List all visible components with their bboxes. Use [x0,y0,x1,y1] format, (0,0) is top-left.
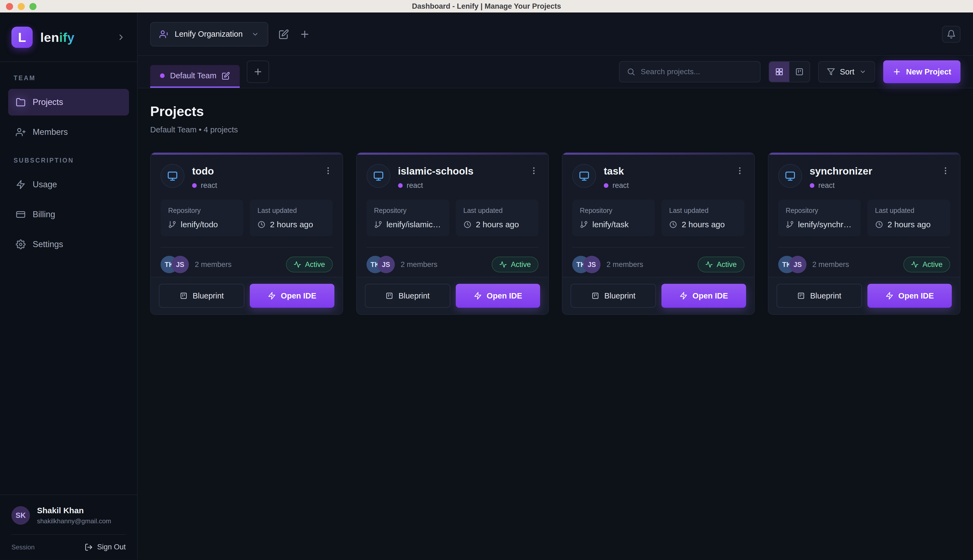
card-divider [160,247,333,248]
framework-label: react [818,181,835,190]
blueprint-label: Blueprint [193,292,224,300]
repository-box: Repository lenify/islamic-... [366,200,449,236]
card-accent-strip [768,153,960,155]
sidebar: L lenify TEAM Projects Members SUBSCRIPT… [0,13,138,560]
framework-label: react [407,181,423,190]
status-badge: Active [286,257,333,272]
activity-pulse-icon [705,261,713,268]
framework-dot [398,183,403,188]
search-icon [627,67,635,76]
kebab-menu-icon [324,166,333,175]
team-dot [160,73,165,78]
project-name: synchronizer [810,165,872,177]
org-switcher-button[interactable]: Lenify Organization [150,22,268,47]
repository-value: lenify/todo [181,220,218,229]
notifications-button[interactable] [942,26,960,43]
framework-label: react [612,181,629,190]
members-count: 2 members [607,260,643,269]
card-divider [572,247,744,248]
zoom-window-button[interactable] [29,3,37,10]
blueprint-button[interactable]: Blueprint [570,284,656,308]
search-input[interactable] [641,67,753,76]
project-name: todo [192,165,217,177]
card-footer: Blueprint Open IDE [562,277,754,314]
window-controls [6,3,37,10]
card-accent-strip [562,153,754,155]
add-team-button[interactable] [247,61,269,83]
page-title: Projects [150,103,960,119]
project-card: todo react Repository [150,152,343,315]
status-badge: Active [903,257,950,272]
project-menu-button[interactable] [941,164,950,175]
new-project-button[interactable]: New Project [883,60,960,83]
sort-label: Sort [840,67,854,77]
view-toggle [769,61,810,82]
project-menu-button[interactable] [324,164,333,175]
open-ide-button[interactable]: Open IDE [868,284,952,308]
tab-default-team[interactable]: Default Team [150,65,240,88]
team-tab-label: Default Team [170,71,216,80]
project-menu-button[interactable] [735,164,744,175]
last-updated-label: Last updated [257,207,325,215]
open-ide-button[interactable]: Open IDE [456,284,540,308]
blueprint-button[interactable]: Blueprint [365,284,450,308]
member-avatar: JS [171,256,189,273]
blueprint-button[interactable]: Blueprint [777,284,862,308]
sidebar-collapse-chevron-right-icon[interactable] [117,33,126,42]
card-accent-strip [357,153,548,155]
user-name: Shakil Khan [37,506,111,515]
sidebar-item-billing[interactable]: Billing [8,201,129,228]
open-ide-label: Open IDE [281,292,316,300]
card-footer: Blueprint Open IDE [357,277,548,314]
board-view-button[interactable] [789,62,809,82]
sidebar-item-label: Settings [33,240,63,249]
status-label: Active [923,260,943,269]
last-updated-box: Last updated 2 hours ago [250,200,333,236]
zap-icon [268,292,276,300]
open-ide-button[interactable]: Open IDE [250,284,334,308]
clock-icon [669,220,677,228]
minimize-window-button[interactable] [18,3,25,10]
blueprint-label: Blueprint [810,292,841,300]
lenify-logo: L [12,27,33,48]
sort-button[interactable]: Sort [818,61,875,82]
search-box [619,61,761,82]
git-branch-icon [786,220,794,228]
repository-box: Repository lenify/todo [160,200,243,236]
sign-out-button[interactable]: Sign Out [85,543,126,551]
sidebar-item-projects[interactable]: Projects [8,89,129,115]
sidebar-item-members[interactable]: Members [8,119,129,145]
blueprint-board-icon [591,292,599,300]
close-window-button[interactable] [6,3,13,10]
edit-org-button[interactable] [279,29,289,39]
zap-icon [474,292,482,300]
project-monitor-icon [366,164,390,188]
edit-team-icon[interactable] [222,72,230,80]
user-box: SK Shakil Khan shakilkhanny@gmail.com Se… [0,495,137,560]
project-card: islamic-schools react Repository [356,152,549,315]
topbar: Lenify Organization [138,13,973,56]
repository-value: lenify/islamic-... [386,220,441,229]
project-name: islamic-schools [398,165,474,177]
members-count: 2 members [401,260,438,269]
open-ide-label: Open IDE [898,292,934,300]
blueprint-button[interactable]: Blueprint [159,284,244,308]
members-count: 2 members [813,260,849,269]
grid-view-button[interactable] [769,62,789,82]
member-avatar: JS [378,256,395,273]
activity-pulse-icon [294,261,301,268]
add-org-button[interactable] [299,29,310,40]
sidebar-item-settings[interactable]: Settings [8,231,129,258]
blueprint-board-icon [180,292,188,300]
clock-icon [257,220,266,228]
brand-name: lenify [40,30,75,45]
sidebar-item-usage[interactable]: Usage [8,171,129,198]
sidebar-item-label: Usage [33,180,57,190]
project-menu-button[interactable] [529,164,538,175]
bell-icon [946,30,956,39]
edit-pencil-icon [279,29,289,39]
open-ide-button[interactable]: Open IDE [662,284,746,308]
macos-titlebar: Dashboard - Lenify | Manage Your Project… [0,0,973,13]
nav-section-team: TEAM [13,75,124,82]
nav-section-subscription: SUBSCRIPTION [13,157,124,164]
